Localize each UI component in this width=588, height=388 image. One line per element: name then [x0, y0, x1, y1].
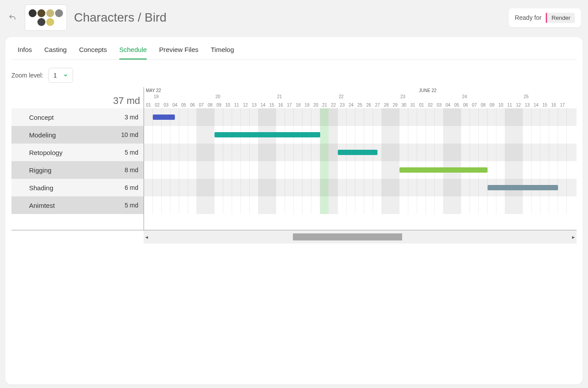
gantt-row-stripe: [144, 161, 577, 179]
tab-casting[interactable]: Casting: [44, 37, 67, 59]
tab-timelog[interactable]: Timelog: [211, 37, 234, 59]
day-label: 22: [329, 103, 338, 107]
week-label: 22: [339, 94, 344, 99]
gantt-row-stripe: [144, 196, 577, 214]
task-name: Rigging: [29, 166, 52, 174]
tab-preview-files[interactable]: Preview Files: [159, 37, 198, 59]
day-label: 11: [232, 103, 241, 107]
week-label: 20: [215, 94, 220, 99]
zoom-label: Zoom level:: [11, 72, 43, 79]
day-label: 21: [320, 103, 329, 107]
gantt-row-stripe: [144, 108, 577, 126]
gantt-row-stripe: [144, 126, 577, 144]
zoom-row: Zoom level: 1: [11, 60, 577, 87]
tab-concepts[interactable]: Concepts: [79, 37, 107, 59]
day-label: 06: [461, 103, 470, 107]
page-title: Characters / Bird: [74, 11, 509, 25]
gantt-body[interactable]: [144, 108, 577, 214]
task-row[interactable]: Retopology5 md: [11, 144, 144, 161]
week-label: 25: [524, 94, 529, 99]
day-label: 13: [250, 103, 259, 107]
day-label: 01: [144, 103, 153, 107]
day-label: 15: [540, 103, 549, 107]
task-duration: 8 md: [125, 166, 138, 174]
task-list-column: 37 md Concept3 mdModeling10 mdRetopology…: [11, 87, 144, 230]
day-label: 19: [303, 103, 311, 107]
day-label: 08: [206, 103, 214, 107]
task-row[interactable]: Shading6 md: [11, 179, 144, 196]
task-row[interactable]: Rigging8 md: [11, 161, 144, 179]
scroll-right-arrow[interactable]: ►: [570, 235, 577, 240]
day-label: 01: [417, 103, 426, 107]
week-label: 19: [154, 94, 159, 99]
schedule-gantt: 37 md Concept3 mdModeling10 mdRetopology…: [11, 87, 577, 230]
day-label: 10: [223, 103, 232, 107]
arrow-up-left-icon: [8, 14, 16, 22]
day-label: 27: [373, 103, 382, 107]
day-label: 11: [505, 103, 514, 107]
day-label: 09: [214, 103, 223, 107]
tab-schedule[interactable]: Schedule: [119, 37, 147, 59]
day-label: 18: [294, 103, 303, 107]
day-label: 05: [452, 103, 461, 107]
day-label: 03: [162, 103, 170, 107]
gantt-bar[interactable]: [488, 185, 558, 190]
day-label: 26: [364, 103, 373, 107]
day-label: 14: [532, 103, 540, 107]
day-label: 31: [408, 103, 417, 107]
month-label: MAY 22: [146, 88, 161, 93]
day-label: 05: [179, 103, 188, 107]
scroll-thumb[interactable]: [293, 233, 402, 240]
task-name: Retopology: [29, 149, 63, 156]
page-header: Characters / Bird Ready for Render: [0, 0, 588, 35]
task-duration: 5 md: [125, 149, 138, 156]
day-label: 29: [391, 103, 399, 107]
ready-for-status-chip[interactable]: Render: [546, 13, 575, 23]
day-label: 09: [488, 103, 496, 107]
tab-infos[interactable]: Infos: [18, 37, 32, 59]
task-duration: 6 md: [125, 184, 138, 191]
task-name: Concept: [29, 114, 54, 121]
task-duration: 5 md: [125, 202, 138, 209]
gantt-bar[interactable]: [338, 150, 377, 155]
gantt-bar[interactable]: [214, 132, 320, 137]
ready-for-badge: Ready for Render: [509, 8, 581, 27]
task-name: Shading: [29, 184, 53, 192]
zoom-select[interactable]: 1: [48, 68, 73, 83]
total-duration: 37 md: [11, 87, 144, 108]
day-label: 24: [347, 103, 355, 107]
back-button[interactable]: [7, 12, 18, 23]
asset-thumbnail[interactable]: [25, 4, 67, 31]
task-row[interactable]: Modeling10 md: [11, 126, 144, 144]
week-label: 21: [277, 94, 282, 99]
ready-for-label: Ready for: [515, 14, 542, 21]
day-label: 04: [444, 103, 452, 107]
day-label: 14: [259, 103, 267, 107]
day-label: 07: [197, 103, 206, 107]
day-label: 03: [435, 103, 444, 107]
task-row[interactable]: Concept3 md: [11, 108, 144, 126]
gantt-bar[interactable]: [153, 115, 175, 120]
task-duration: 3 md: [125, 114, 138, 121]
day-label: 12: [514, 103, 523, 107]
day-label: 07: [470, 103, 479, 107]
day-label: 02: [426, 103, 435, 107]
day-label: 25: [355, 103, 364, 107]
day-label: 15: [267, 103, 276, 107]
horizontal-scrollbar[interactable]: ◄ ►: [144, 230, 577, 244]
day-label: 08: [479, 103, 488, 107]
gantt-bar[interactable]: [399, 167, 488, 173]
day-label: 16: [276, 103, 285, 107]
task-row[interactable]: Animtest5 md: [11, 196, 144, 214]
chevron-down-icon: [63, 73, 68, 78]
task-name: Animtest: [29, 202, 55, 209]
scroll-left-arrow[interactable]: ◄: [144, 235, 150, 240]
task-duration: 10 md: [121, 131, 138, 138]
scroll-track[interactable]: [150, 233, 570, 240]
day-label: 17: [558, 103, 567, 107]
day-label: 30: [399, 103, 408, 107]
timeline-header: MAY 22JUNE 22 19202122232425 01020304050…: [144, 87, 577, 108]
day-label: 13: [523, 103, 532, 107]
tabs-bar: InfosCastingConceptsSchedulePreview File…: [11, 37, 577, 60]
day-label: 04: [170, 103, 179, 107]
